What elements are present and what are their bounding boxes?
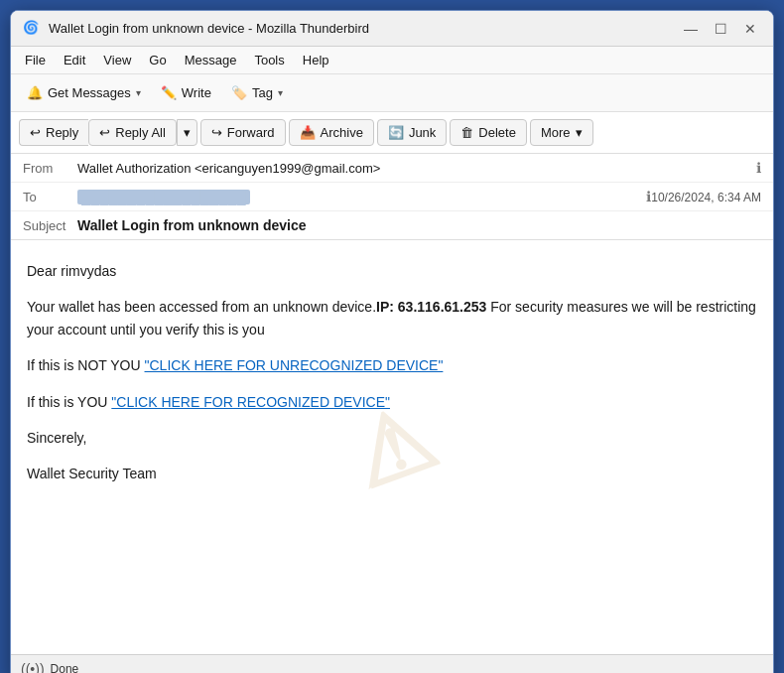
menu-file[interactable]: File <box>17 50 54 70</box>
email-header: From Wallet Authorization <ericanguyen19… <box>11 154 773 240</box>
junk-button[interactable]: 🔄 Junk <box>377 119 447 146</box>
action-toolbar: ↩ Reply ↩ Reply All ▾ ↪ Forward 📥 Archiv… <box>11 112 773 154</box>
reply-all-label: Reply All <box>115 125 166 140</box>
junk-label: Junk <box>409 125 436 140</box>
from-label: From <box>23 161 77 176</box>
reply-group: ↩ Reply ↩ Reply All ▾ <box>19 119 197 146</box>
body-text-normal: Your wallet has been accessed from an un… <box>27 299 376 315</box>
forward-label: Forward <box>227 125 275 140</box>
to-label: To <box>23 190 77 204</box>
wifi-icon: ((•)) <box>21 661 45 674</box>
titlebar: 🌀 Wallet Login from unknown device - Moz… <box>11 11 773 47</box>
junk-icon: 🔄 <box>388 125 404 140</box>
menu-go[interactable]: Go <box>141 50 174 70</box>
write-label: Write <box>182 85 211 100</box>
tag-button[interactable]: 🏷️ Tag ▾ <box>223 81 291 104</box>
from-field: From Wallet Authorization <ericanguyen19… <box>11 154 773 183</box>
write-icon: ✏️ <box>161 85 177 100</box>
more-label: More <box>541 125 571 140</box>
get-messages-icon: 🔔 <box>27 85 43 100</box>
closing-text: Sincerely, <box>27 430 86 446</box>
tag-chevron: ▾ <box>278 87 283 98</box>
subject-label: Subject <box>23 218 77 233</box>
signature-text: Wallet Security Team <box>27 466 157 481</box>
menu-edit[interactable]: Edit <box>56 50 93 70</box>
more-button[interactable]: More ▾ <box>530 119 593 146</box>
menu-message[interactable]: Message <box>177 50 245 70</box>
reply-all-chevron-button[interactable]: ▾ <box>177 119 197 146</box>
signature-paragraph: Wallet Security Team <box>27 463 757 484</box>
main-window: 🌀 Wallet Login from unknown device - Moz… <box>10 10 774 673</box>
body-paragraph1: Your wallet has been accessed from an un… <box>27 296 757 340</box>
reply-label: Reply <box>46 125 78 140</box>
subject-value: Wallet Login from unknown device <box>77 217 761 233</box>
from-value: Wallet Authorization <ericanguyen1999@gm… <box>77 161 751 176</box>
get-messages-chevron: ▾ <box>136 87 141 98</box>
not-you-prefix: If this is NOT YOU <box>27 357 145 373</box>
to-value: ██████████████████ <box>77 190 641 204</box>
email-body: ⚠ Dear rimvydas Your wallet has been acc… <box>11 240 773 654</box>
maximize-button[interactable]: ☐ <box>710 18 731 40</box>
is-you-paragraph: If this is YOU "CLICK HERE FOR RECOGNIZE… <box>27 391 757 413</box>
unrecognized-device-link[interactable]: "CLICK HERE FOR UNRECOGNIZED DEVICE" <box>145 357 444 373</box>
forward-icon: ↪ <box>211 125 222 140</box>
archive-label: Archive <box>321 125 363 140</box>
delete-icon: 🗑 <box>460 125 473 140</box>
delete-button[interactable]: 🗑 Delete <box>450 119 527 146</box>
tag-label: Tag <box>252 85 273 100</box>
subject-field: Subject Wallet Login from unknown device <box>11 211 773 239</box>
more-chevron-icon: ▾ <box>576 125 583 140</box>
reply-icon: ↩ <box>30 125 41 140</box>
status-text: Done <box>51 662 79 674</box>
closing-paragraph: Sincerely, <box>27 427 757 449</box>
menu-view[interactable]: View <box>95 50 139 70</box>
reply-button[interactable]: ↩ Reply <box>19 119 88 146</box>
ip-address: IP: 63.116.61.253 <box>376 299 486 315</box>
statusbar: ((•)) Done <box>11 654 773 673</box>
reply-chevron-icon: ▾ <box>184 125 191 140</box>
is-you-prefix: If this is YOU <box>27 394 111 410</box>
email-date: 10/26/2024, 6:34 AM <box>651 191 761 204</box>
delete-label: Delete <box>478 125 516 140</box>
minimize-button[interactable]: — <box>680 18 702 40</box>
to-field: To ██████████████████ ℹ 10/26/2024, 6:34… <box>11 183 773 211</box>
to-email-redacted: ██████████████████ <box>77 190 250 204</box>
app-icon: 🌀 <box>23 20 41 38</box>
from-info-icon[interactable]: ℹ <box>756 160 761 176</box>
menu-help[interactable]: Help <box>295 50 337 70</box>
tag-icon: 🏷️ <box>231 85 247 100</box>
reply-all-icon: ↩ <box>99 125 110 140</box>
forward-button[interactable]: ↪ Forward <box>200 119 286 146</box>
not-you-paragraph: If this is NOT YOU "CLICK HERE FOR UNREC… <box>27 354 757 376</box>
get-messages-label: Get Messages <box>48 85 131 100</box>
archive-icon: 📥 <box>300 125 316 140</box>
body-content: Dear rimvydas Your wallet has been acces… <box>27 260 757 485</box>
greeting-paragraph: Dear rimvydas <box>27 260 757 282</box>
greeting-text: Dear rimvydas <box>27 263 116 279</box>
write-button[interactable]: ✏️ Write <box>153 81 219 104</box>
recognized-device-link[interactable]: "CLICK HERE FOR RECOGNIZED DEVICE" <box>111 394 390 410</box>
window-title: Wallet Login from unknown device - Mozil… <box>49 21 680 36</box>
close-button[interactable]: ✕ <box>739 18 761 40</box>
archive-button[interactable]: 📥 Archive <box>289 119 374 146</box>
get-messages-button[interactable]: 🔔 Get Messages ▾ <box>19 81 149 104</box>
menubar: File Edit View Go Message Tools Help <box>11 47 773 74</box>
menu-tools[interactable]: Tools <box>246 50 292 70</box>
main-toolbar: 🔔 Get Messages ▾ ✏️ Write 🏷️ Tag ▾ <box>11 74 773 112</box>
window-controls: — ☐ ✕ <box>680 18 761 40</box>
reply-all-button[interactable]: ↩ Reply All <box>88 119 177 146</box>
